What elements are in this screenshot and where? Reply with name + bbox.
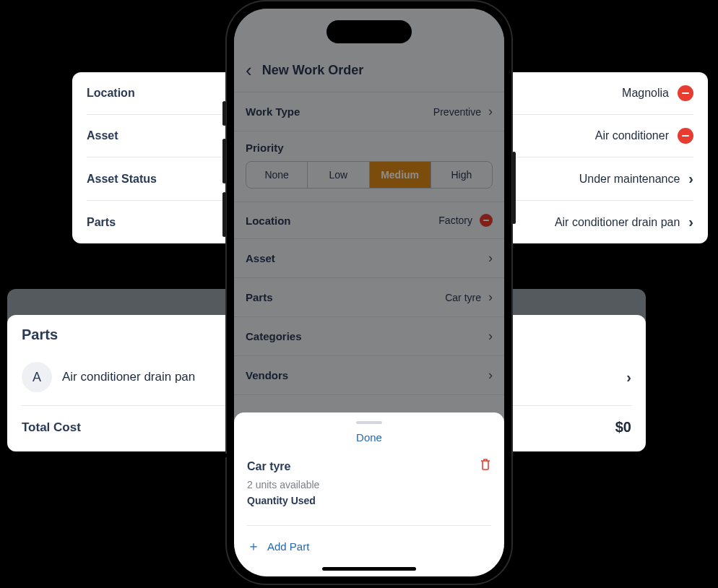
chevron-right-icon: › xyxy=(626,369,631,386)
phone-side-button xyxy=(512,152,516,224)
availability-text: 2 units available xyxy=(247,479,491,490)
done-button[interactable]: Done xyxy=(247,431,491,458)
quantity-used-label: Quantity Used xyxy=(247,495,491,526)
phone-frame: ‹ New Work Order Work Type Preventive › … xyxy=(225,0,513,585)
plus-icon: ＋ xyxy=(247,537,260,555)
location-value: Magnolia xyxy=(622,87,669,100)
chevron-right-icon: › xyxy=(688,170,693,187)
chevron-right-icon: › xyxy=(688,214,693,230)
remove-icon[interactable] xyxy=(678,128,693,144)
home-indicator xyxy=(322,567,416,571)
phone-side-button xyxy=(222,192,226,237)
add-part-button[interactable]: ＋ Add Part xyxy=(247,526,491,555)
sheet-handle[interactable] xyxy=(356,421,382,424)
phone-side-button xyxy=(222,101,226,126)
parts-bottom-sheet: Done Car tyre 2 units available Quantity… xyxy=(234,412,504,576)
phone-screen: ‹ New Work Order Work Type Preventive › … xyxy=(234,9,504,576)
phone-notch xyxy=(326,20,412,43)
remove-icon[interactable] xyxy=(678,85,693,101)
part-avatar: A xyxy=(22,362,52,392)
phone-side-button xyxy=(222,139,226,183)
decorative-handle xyxy=(217,454,231,457)
trash-icon[interactable] xyxy=(480,458,491,475)
sheet-part-name: Car tyre xyxy=(247,460,290,473)
location-label: Location xyxy=(87,87,135,100)
asset-status-value: Under maintenance xyxy=(579,173,680,186)
add-part-label: Add Part xyxy=(267,540,309,553)
asset-status-label: Asset Status xyxy=(87,173,157,186)
asset-value: Air conditioner xyxy=(595,129,669,142)
total-cost-label: Total Cost xyxy=(22,420,81,435)
parts-label: Parts xyxy=(87,216,116,229)
part-name: Air conditioner drain pan xyxy=(62,370,195,384)
parts-value: Air conditioner drain pan xyxy=(555,216,680,229)
total-cost-value: $0 xyxy=(615,419,631,436)
asset-label: Asset xyxy=(87,129,118,142)
